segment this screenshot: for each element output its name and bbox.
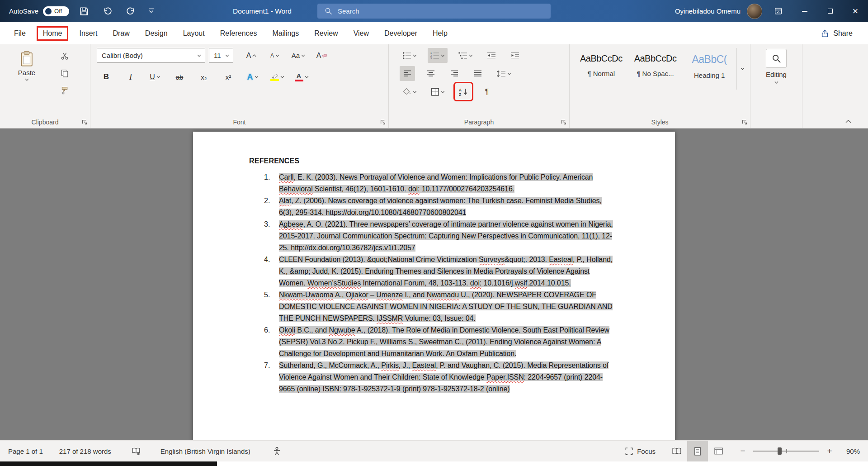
chevron-up-icon — [845, 119, 852, 124]
ribbon-display-options-button[interactable] — [770, 4, 786, 19]
zoom-in-button[interactable]: + — [824, 446, 835, 456]
page-indicator[interactable]: Page 1 of 1 — [8, 447, 43, 455]
search-input[interactable]: Search — [317, 4, 551, 19]
read-mode-button[interactable] — [666, 441, 687, 462]
styles-dialog-launcher[interactable] — [742, 119, 747, 125]
grow-font-button[interactable]: A — [241, 48, 261, 63]
style-heading-1[interactable]: AaBbC( Heading 1 — [682, 48, 736, 90]
chevron-down-icon — [507, 72, 511, 75]
tab-layout[interactable]: Layout — [175, 22, 212, 44]
align-left-button[interactable] — [400, 66, 415, 81]
style-normal[interactable]: AaBbCcDc ¶ Normal — [574, 48, 628, 90]
autosave-toggle[interactable]: Off — [43, 6, 69, 16]
text-effects-button[interactable]: A — [245, 69, 260, 85]
subscript-button[interactable]: x₂ — [196, 69, 212, 85]
status-bar-right: Focus − + 90% — [625, 441, 860, 462]
numbering-button[interactable]: 123 — [428, 48, 448, 63]
style-no-spacing[interactable]: AaBbCcDc ¶ No Spac... — [628, 48, 683, 90]
list-number: 3. — [264, 219, 279, 254]
tab-mailings[interactable]: Mailings — [265, 22, 307, 44]
accessibility-checker-icon[interactable] — [273, 447, 281, 455]
italic-label: I — [129, 72, 132, 82]
close-button[interactable]: × — [843, 0, 868, 22]
line-spacing-button[interactable] — [494, 66, 514, 81]
web-layout-button[interactable] — [708, 441, 729, 462]
shrink-font-button[interactable]: A — [265, 48, 285, 63]
cut-button[interactable] — [58, 50, 71, 62]
tab-design[interactable]: Design — [137, 22, 175, 44]
format-painter-button[interactable] — [58, 84, 71, 97]
strikethrough-label: ab — [176, 73, 184, 81]
undo-button[interactable] — [100, 4, 115, 19]
tab-insert[interactable]: Insert — [71, 22, 105, 44]
word-count[interactable]: 217 of 218 words — [59, 447, 111, 455]
show-hide-formatting-button[interactable]: ¶ — [479, 84, 495, 99]
zoom-level[interactable]: 90% — [839, 447, 860, 455]
clipboard-dialog-launcher[interactable] — [82, 119, 87, 125]
bold-button[interactable]: B — [99, 69, 114, 85]
zoom-out-button[interactable]: − — [737, 446, 749, 456]
clear-formatting-button[interactable]: A — [312, 48, 332, 63]
list-item: 6. Okoli B.C., and Ngwube A., (2018). Th… — [249, 324, 624, 360]
chevron-down-icon — [741, 67, 745, 70]
focus-mode-button[interactable]: Focus — [625, 447, 656, 455]
superscript-button[interactable]: x² — [221, 69, 236, 85]
proofing-errors-icon[interactable] — [132, 447, 141, 455]
underline-button[interactable]: U — [147, 69, 163, 85]
copy-button[interactable] — [58, 67, 71, 80]
font-name-combobox[interactable]: Calibri (Body) — [97, 48, 205, 63]
zoom-slider-thumb[interactable] — [778, 447, 782, 455]
minimize-icon — [802, 11, 807, 12]
tab-help[interactable]: Help — [425, 22, 455, 44]
tab-file[interactable]: File — [6, 22, 33, 44]
decrease-indent-button[interactable] — [484, 48, 499, 63]
language-indicator[interactable]: English (British Virgin Islands) — [160, 447, 250, 455]
save-button[interactable] — [76, 4, 92, 19]
borders-button[interactable] — [428, 84, 448, 99]
tab-developer[interactable]: Developer — [377, 22, 425, 44]
minimize-button[interactable] — [792, 0, 817, 22]
print-layout-button[interactable] — [687, 441, 708, 462]
tab-draw[interactable]: Draw — [105, 22, 137, 44]
document-heading: REFERENCES — [249, 157, 624, 165]
sort-button[interactable]: AZ — [456, 84, 471, 99]
document-page[interactable]: REFERENCES 1. Carll, E. K. (2003). News … — [193, 132, 675, 440]
increase-indent-button[interactable] — [507, 48, 523, 63]
tab-view[interactable]: View — [346, 22, 377, 44]
chevron-down-icon — [441, 90, 445, 93]
align-center-button[interactable] — [423, 66, 439, 81]
taskbar-fragment — [0, 461, 217, 466]
tab-review[interactable]: Review — [307, 22, 345, 44]
redo-button[interactable] — [123, 4, 138, 19]
editing-button[interactable] — [766, 49, 787, 68]
collapse-ribbon-button[interactable] — [845, 119, 852, 124]
shading-button[interactable] — [400, 84, 420, 99]
justify-button[interactable] — [470, 66, 486, 81]
text-highlight-color-button[interactable] — [269, 69, 285, 85]
italic-button[interactable]: I — [123, 69, 138, 85]
clipboard-group: Paste Clipboard — [0, 44, 90, 128]
paste-button[interactable]: Paste — [13, 48, 41, 128]
zoom-slider[interactable] — [753, 451, 819, 452]
styles-gallery-more-button[interactable] — [736, 48, 748, 90]
font-size-value: 11 — [214, 52, 221, 59]
avatar[interactable] — [747, 4, 762, 19]
customize-quick-access-toolbar-button[interactable] — [143, 4, 159, 19]
multilevel-list-button[interactable] — [456, 48, 476, 63]
maximize-button[interactable] — [817, 0, 843, 22]
tab-references[interactable]: References — [212, 22, 265, 44]
svg-text:Z: Z — [459, 92, 461, 96]
bullets-button[interactable] — [400, 48, 420, 63]
font-color-button[interactable]: A — [294, 69, 309, 85]
tab-home[interactable]: Home — [33, 22, 72, 44]
font-dialog-launcher[interactable] — [380, 119, 386, 125]
align-right-button[interactable] — [447, 66, 462, 81]
paragraph-dialog-launcher[interactable] — [561, 119, 566, 125]
list-number: 6. — [264, 324, 279, 360]
strikethrough-button[interactable]: ab — [172, 69, 187, 85]
reference-text: Nkwam-Uwaoma A., Ojiakor – Umenze I., an… — [279, 289, 617, 324]
font-size-combobox[interactable]: 11 — [209, 48, 233, 63]
styles-group: AaBbCcDc ¶ Normal AaBbCcDc ¶ No Spac... … — [570, 44, 750, 128]
share-button[interactable]: Share — [821, 29, 853, 38]
change-case-button[interactable]: Aa — [288, 48, 308, 63]
